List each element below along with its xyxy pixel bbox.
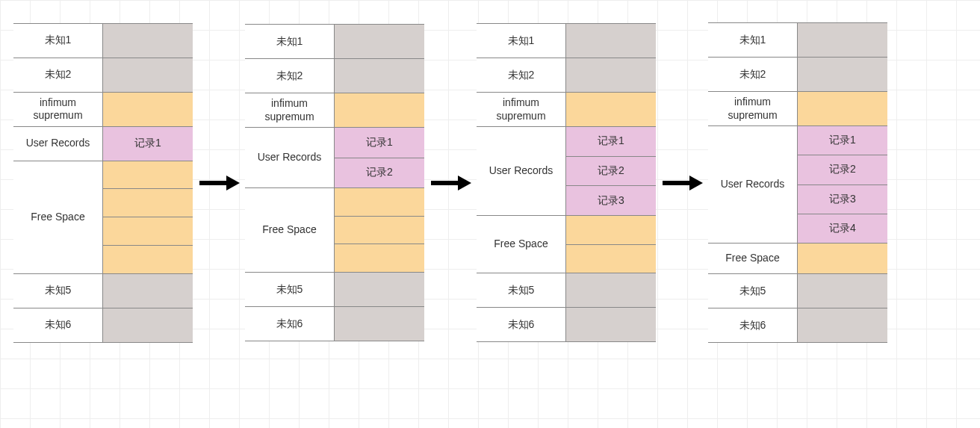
cell-unknown6 bbox=[335, 307, 424, 341]
cell-record-2: 记录2 bbox=[335, 158, 424, 188]
cell-infimum-supremum bbox=[335, 93, 424, 127]
cell-record-1: 记录1 bbox=[103, 127, 193, 161]
arrow-icon bbox=[193, 175, 245, 191]
cell-unknown1 bbox=[103, 24, 193, 58]
row-user-records: User Records 记录1 记录2 记录3 bbox=[477, 127, 656, 216]
label-free-space: Free Space bbox=[708, 244, 798, 273]
label-infimum-supremum: infimum supremum bbox=[708, 92, 798, 125]
cell-unknown6 bbox=[798, 308, 887, 342]
cell-free bbox=[566, 216, 656, 245]
cell-unknown2 bbox=[103, 58, 193, 92]
row-free-space: Free Space bbox=[477, 216, 656, 273]
cell-record-3: 记录3 bbox=[798, 185, 887, 214]
cell-free bbox=[103, 217, 193, 246]
cell-unknown1 bbox=[335, 25, 424, 58]
page-stage-1: 未知1 未知2 infimum supremum User Records 记录… bbox=[13, 23, 193, 343]
label-unknown1: 未知1 bbox=[245, 25, 335, 58]
label-free-space: Free Space bbox=[245, 188, 335, 272]
cell-unknown1 bbox=[798, 23, 887, 57]
label-unknown1: 未知1 bbox=[708, 23, 798, 57]
label-unknown2: 未知2 bbox=[477, 58, 566, 92]
label-unknown6: 未知6 bbox=[245, 307, 335, 341]
label-user-records: User Records bbox=[13, 127, 103, 161]
cell-unknown5 bbox=[798, 274, 887, 308]
cell-unknown5 bbox=[566, 273, 656, 307]
cell-record-2: 记录2 bbox=[566, 157, 656, 187]
cell-free bbox=[566, 245, 656, 273]
label-unknown5: 未知5 bbox=[245, 273, 335, 306]
label-free-space: Free Space bbox=[13, 161, 103, 273]
row-free-space: Free Space bbox=[245, 188, 424, 273]
svg-marker-1 bbox=[226, 176, 240, 190]
label-unknown2: 未知2 bbox=[13, 58, 103, 92]
cell-unknown2 bbox=[798, 58, 887, 91]
label-unknown5: 未知5 bbox=[13, 274, 103, 308]
label-infimum-supremum: infimum supremum bbox=[245, 93, 335, 127]
page-stage-4: 未知1 未知2 infimum supremum User Records 记录… bbox=[708, 22, 887, 343]
label-free-space: Free Space bbox=[477, 216, 566, 273]
label-user-records: User Records bbox=[708, 126, 798, 243]
label-unknown1: 未知1 bbox=[13, 24, 103, 58]
label-infimum-supremum: infimum supremum bbox=[13, 93, 103, 126]
row-free-space: Free Space bbox=[13, 161, 193, 274]
page-stage-3: 未知1 未知2 infimum supremum User Records 记录… bbox=[477, 23, 656, 342]
row-unknown2: 未知2 bbox=[13, 58, 193, 93]
label-unknown5: 未知5 bbox=[708, 274, 798, 308]
cell-free bbox=[103, 246, 193, 273]
cell-free bbox=[798, 244, 887, 273]
row-unknown6: 未知6 bbox=[13, 308, 193, 343]
arrow-icon bbox=[656, 175, 708, 191]
cell-record-4: 记录4 bbox=[798, 214, 887, 243]
cell-record-1: 记录1 bbox=[798, 126, 887, 155]
cell-unknown5 bbox=[103, 274, 193, 308]
page-stage-2: 未知1 未知2 infimum supremum User Records 记录… bbox=[245, 24, 424, 341]
label-unknown6: 未知6 bbox=[477, 308, 566, 341]
cell-infimum-supremum bbox=[103, 93, 193, 126]
row-unknown1: 未知1 bbox=[13, 24, 193, 58]
label-unknown2: 未知2 bbox=[245, 59, 335, 93]
cell-record-1: 记录1 bbox=[335, 128, 424, 158]
cell-unknown2 bbox=[335, 59, 424, 93]
label-infimum-supremum: infimum supremum bbox=[477, 93, 566, 126]
row-infimum-supremum: infimum supremum bbox=[13, 93, 193, 127]
cell-unknown6 bbox=[566, 308, 656, 341]
cell-free bbox=[335, 188, 424, 217]
svg-marker-5 bbox=[689, 176, 703, 190]
label-unknown1: 未知1 bbox=[477, 24, 566, 58]
cell-free bbox=[103, 189, 193, 217]
cell-unknown5 bbox=[335, 273, 424, 306]
label-user-records: User Records bbox=[245, 128, 335, 187]
row-unknown5: 未知5 bbox=[13, 274, 193, 308]
cell-record-1: 记录1 bbox=[566, 127, 656, 157]
cell-record-3: 记录3 bbox=[566, 186, 656, 215]
row-free-space: Free Space bbox=[708, 244, 887, 274]
cell-free bbox=[335, 244, 424, 272]
label-unknown2: 未知2 bbox=[708, 58, 798, 91]
label-unknown6: 未知6 bbox=[13, 308, 103, 342]
cell-infimum-supremum bbox=[798, 92, 887, 125]
cell-unknown2 bbox=[566, 58, 656, 92]
cell-free bbox=[335, 217, 424, 245]
row-user-records: User Records 记录1 bbox=[13, 127, 193, 161]
label-user-records: User Records bbox=[477, 127, 566, 215]
row-user-records: User Records 记录1 记录2 bbox=[245, 128, 424, 188]
cell-unknown1 bbox=[566, 24, 656, 58]
cell-record-2: 记录2 bbox=[798, 155, 887, 184]
cell-infimum-supremum bbox=[566, 93, 656, 126]
svg-marker-3 bbox=[458, 176, 471, 190]
label-unknown5: 未知5 bbox=[477, 273, 566, 307]
row-user-records: User Records 记录1 记录2 记录3 记录4 bbox=[708, 126, 887, 244]
label-unknown6: 未知6 bbox=[708, 308, 798, 342]
cell-free bbox=[103, 161, 193, 190]
arrow-icon bbox=[424, 175, 477, 191]
cell-unknown6 bbox=[103, 308, 193, 342]
